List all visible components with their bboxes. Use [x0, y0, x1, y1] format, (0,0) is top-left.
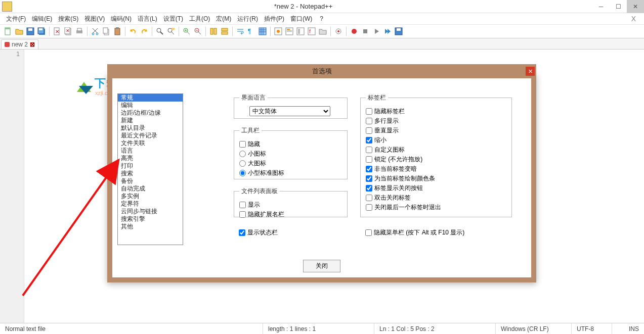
replace-icon[interactable]: [166, 26, 176, 36]
cut-icon[interactable]: [90, 26, 100, 36]
menu-file[interactable]: 文件(F): [3, 14, 29, 24]
funclist-icon[interactable]: f: [307, 26, 317, 36]
list-item-editing[interactable]: 编辑: [118, 102, 183, 109]
list-item-fileassoc[interactable]: 文件关联: [118, 139, 183, 147]
svg-rect-30: [259, 28, 266, 35]
toolbar-group: 工具栏 隐藏 小图标 大图标 小型标准图标: [234, 126, 348, 179]
svg-rect-46: [397, 28, 401, 31]
tab-multiline-checkbox[interactable]: [366, 118, 372, 124]
list-item-print[interactable]: 打印: [118, 162, 183, 170]
menu-view[interactable]: 视图(V): [81, 14, 108, 24]
undo-icon[interactable]: [128, 26, 138, 36]
allchars-icon[interactable]: ¶: [246, 26, 256, 36]
sync-h-icon[interactable]: [220, 26, 230, 36]
menu-run[interactable]: 运行(R): [234, 14, 261, 24]
save-icon[interactable]: [25, 26, 35, 36]
doclist-show-checkbox[interactable]: [239, 202, 246, 208]
svg-rect-38: [298, 29, 300, 34]
document-tab[interactable]: new 2 ⊠: [1, 39, 38, 49]
dialog-titlebar[interactable]: 首选项 ✕: [107, 64, 536, 78]
save-macro-icon[interactable]: [394, 26, 404, 36]
list-item-search[interactable]: 搜索: [118, 170, 183, 177]
new-file-icon[interactable]: [3, 26, 13, 36]
play-macro-icon[interactable]: [371, 26, 381, 36]
menu-encoding[interactable]: 编码(N): [108, 14, 135, 24]
udl-icon[interactable]: [273, 26, 283, 36]
paste-icon[interactable]: [112, 26, 122, 36]
wordwrap-icon[interactable]: [235, 26, 245, 36]
list-item-highlight[interactable]: 高亮: [118, 155, 183, 162]
sync-v-icon[interactable]: [208, 26, 219, 36]
tab-close-icon[interactable]: ⊠: [30, 41, 35, 48]
tab-closebtn-checkbox[interactable]: [366, 185, 372, 192]
list-item-delimiter[interactable]: 定界符: [118, 200, 183, 208]
list-item-language[interactable]: 语言: [118, 147, 183, 155]
tab-lock-checkbox[interactable]: [366, 156, 372, 163]
list-item-autocomplete[interactable]: 自动完成: [118, 185, 183, 193]
hide-menubar-checkbox[interactable]: [365, 229, 372, 236]
tab-vertical-checkbox[interactable]: [366, 127, 372, 134]
menu-help[interactable]: ?: [317, 14, 326, 23]
save-all-icon[interactable]: [36, 26, 47, 36]
svg-rect-36: [287, 31, 292, 32]
svg-rect-25: [210, 28, 213, 34]
list-item-searchengine[interactable]: 搜索引擎: [118, 215, 183, 223]
list-item-newdoc[interactable]: 新建: [118, 117, 183, 124]
show-statusbar-checkbox[interactable]: [239, 229, 245, 236]
maximize-button[interactable]: ☐: [610, 0, 627, 13]
list-item-misc[interactable]: 其他: [118, 223, 183, 230]
list-item-cloud[interactable]: 云同步与链接: [118, 208, 183, 215]
copy-icon[interactable]: [101, 26, 111, 36]
tab-lastexit-checkbox[interactable]: [366, 204, 372, 211]
menu-window[interactable]: 窗口(W): [287, 14, 315, 24]
print-icon[interactable]: [74, 26, 84, 36]
doclist-group: 文件列表面板 显示 隐藏扩展名栏: [234, 187, 348, 217]
toolbar-standard-radio[interactable]: [239, 170, 246, 176]
tab-reduce-checkbox[interactable]: [366, 137, 372, 144]
menu-search[interactable]: 搜索(S): [55, 14, 81, 24]
doclist-icon[interactable]: [295, 26, 306, 36]
tab-customicon-checkbox[interactable]: [366, 147, 372, 153]
dialog-close-action-button[interactable]: 关闭: [303, 260, 340, 272]
menu-plugins[interactable]: 插件(P): [261, 14, 287, 24]
tab-inactive-checkbox[interactable]: [366, 166, 372, 172]
menu-edit[interactable]: 编辑(E): [29, 14, 55, 24]
monitoring-icon[interactable]: [333, 26, 344, 36]
language-select[interactable]: 中文简体: [249, 106, 330, 116]
tab-colorbar-checkbox[interactable]: [366, 175, 372, 182]
close-all-icon[interactable]: ✕: [63, 26, 73, 36]
menu-tools[interactable]: 工具(O): [186, 14, 213, 24]
tab-dblclose-checkbox[interactable]: [366, 195, 372, 201]
list-item-multiinst[interactable]: 多实例: [118, 193, 183, 200]
menu-macro[interactable]: 宏(M): [213, 14, 234, 24]
docmap-icon[interactable]: [284, 26, 294, 36]
close-window-button[interactable]: ✕: [627, 0, 644, 13]
list-item-margins[interactable]: 边距/边框/边缘: [118, 109, 183, 117]
stop-macro-icon[interactable]: [360, 26, 370, 36]
list-item-backup[interactable]: 备份: [118, 177, 183, 185]
tab-hide-checkbox[interactable]: [366, 108, 372, 115]
preferences-category-list[interactable]: 常规 编辑 边距/边框/边缘 新建 默认目录 最近文件记录 文件关联 语言 高亮…: [117, 93, 183, 245]
zoom-out-icon[interactable]: [193, 26, 203, 36]
open-file-icon[interactable]: [14, 26, 24, 36]
doclist-hideext-checkbox[interactable]: [239, 211, 246, 218]
dialog-close-button[interactable]: ✕: [526, 67, 535, 76]
toolbar-big-radio[interactable]: [239, 160, 246, 167]
toolbar-hide-checkbox[interactable]: [239, 141, 246, 148]
menu-settings[interactable]: 设置(T): [160, 14, 186, 24]
toolbar-small-radio[interactable]: [239, 151, 246, 157]
minimize-button[interactable]: ─: [592, 0, 610, 13]
list-item-defaultdir[interactable]: 默认目录: [118, 124, 183, 132]
list-item-recent[interactable]: 最近文件记录: [118, 132, 183, 139]
zoom-in-icon[interactable]: [182, 26, 192, 36]
play-multi-icon[interactable]: [382, 26, 393, 36]
close-file-icon[interactable]: ✕: [52, 26, 62, 36]
find-icon[interactable]: [155, 26, 165, 36]
menu-close-x[interactable]: X: [626, 15, 641, 23]
list-item-general[interactable]: 常规: [118, 94, 183, 102]
menu-language[interactable]: 语言(L): [135, 14, 160, 24]
folder-workspace-icon[interactable]: [318, 26, 328, 36]
indent-guide-icon[interactable]: [257, 26, 268, 36]
redo-icon[interactable]: [139, 26, 149, 36]
record-macro-icon[interactable]: [349, 26, 359, 36]
